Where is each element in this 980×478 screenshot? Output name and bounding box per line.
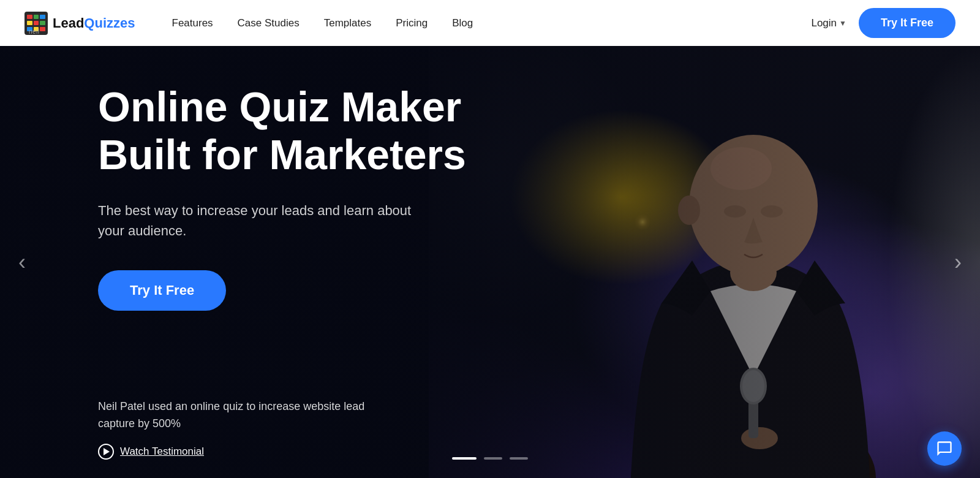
logo-text: LeadQuizzes [53, 15, 135, 31]
testimonial-text: Neil Patel used an online quiz to increa… [98, 398, 404, 433]
try-free-nav-button[interactable]: Try It Free [859, 8, 956, 38]
hero-cta-button[interactable]: Try It Free [98, 270, 226, 311]
play-triangle [104, 448, 110, 455]
logo-link[interactable]: LeadQuizzes [24, 12, 135, 35]
nav-templates[interactable]: Templates [324, 17, 371, 29]
hero-bottom: Neil Patel used an online quiz to increa… [98, 398, 404, 460]
hero-section: ‹ Online Quiz Maker Built for Marketers … [0, 46, 980, 478]
nav-features[interactable]: Features [172, 17, 213, 29]
nav-right: Login ▼ Try It Free [811, 8, 956, 38]
login-button[interactable]: Login ▼ [811, 17, 846, 29]
play-icon [98, 444, 114, 460]
nav-pricing[interactable]: Pricing [396, 17, 428, 29]
nav-blog[interactable]: Blog [452, 17, 473, 29]
carousel-dot-3[interactable] [510, 457, 528, 460]
carousel-prev-button[interactable]: ‹ [12, 243, 32, 281]
watch-testimonial-button[interactable]: Watch Testimonial [98, 444, 204, 460]
carousel-dot-1[interactable] [452, 457, 477, 460]
hero-title: Online Quiz Maker Built for Marketers [98, 83, 502, 178]
carousel-dot-2[interactable] [484, 457, 502, 460]
chat-icon [936, 440, 953, 457]
chat-widget-button[interactable] [927, 431, 962, 466]
carousel-dots [452, 457, 528, 460]
carousel-next-button[interactable]: › [948, 243, 968, 281]
navbar: LeadQuizzes neil Features Case Studies T… [0, 0, 980, 46]
login-caret: ▼ [839, 19, 846, 28]
watch-label: Watch Testimonial [120, 446, 204, 458]
nav-case-studies[interactable]: Case Studies [238, 17, 300, 29]
nav-links: Features Case Studies Templates Pricing … [172, 17, 473, 29]
neil-label: neil [29, 28, 40, 35]
hero-subtitle: The best way to increase your leads and … [98, 200, 417, 241]
